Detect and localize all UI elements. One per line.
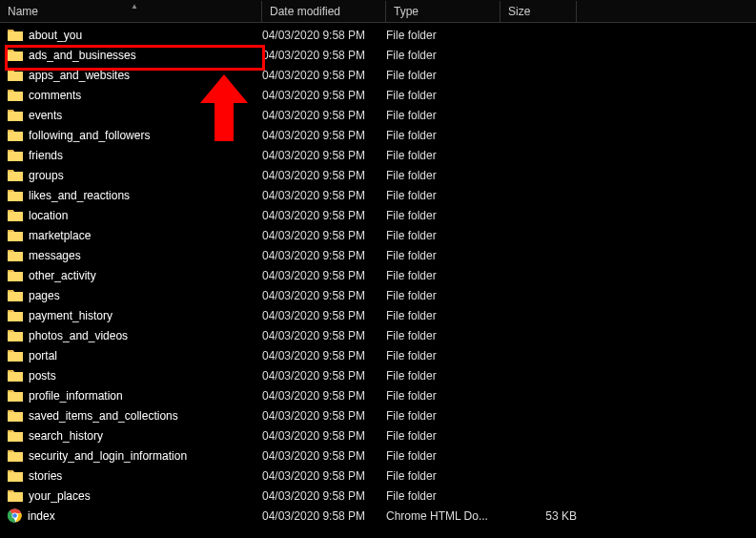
file-type-cell: File folder — [386, 369, 501, 383]
file-name-cell: payment_history — [8, 309, 262, 322]
list-item[interactable]: apps_and_websites04/03/2020 9:58 PMFile … — [0, 65, 756, 85]
file-date-cell: 04/03/2020 9:58 PM — [262, 89, 386, 102]
file-date-cell: 04/03/2020 9:58 PM — [262, 449, 386, 463]
file-date-cell: 04/03/2020 9:58 PM — [262, 269, 386, 282]
file-type-cell: File folder — [386, 409, 501, 423]
file-name-cell: index — [8, 508, 262, 523]
file-type-cell: File folder — [386, 109, 501, 122]
file-date-cell: 04/03/2020 9:58 PM — [262, 189, 386, 202]
file-date-cell: 04/03/2020 9:58 PM — [262, 229, 386, 242]
file-name-label: location — [29, 209, 68, 222]
list-item[interactable]: search_history04/03/2020 9:58 PMFile fol… — [0, 425, 756, 445]
folder-icon — [8, 409, 23, 422]
file-name-cell: location — [8, 209, 262, 222]
file-name-cell: other_activity — [8, 269, 262, 282]
file-type-cell: File folder — [386, 269, 501, 282]
list-item[interactable]: other_activity04/03/2020 9:58 PMFile fol… — [0, 265, 756, 285]
column-header-name-label: Name — [8, 5, 38, 18]
file-name-label: photos_and_videos — [29, 329, 128, 342]
list-item[interactable]: messages04/03/2020 9:58 PMFile folder — [0, 245, 756, 265]
file-name-label: marketplace — [29, 229, 91, 242]
list-item[interactable]: about_you04/03/2020 9:58 PMFile folder — [0, 25, 756, 45]
list-item[interactable]: ads_and_businesses04/03/2020 9:58 PMFile… — [0, 45, 756, 65]
list-item[interactable]: payment_history04/03/2020 9:58 PMFile fo… — [0, 305, 756, 325]
list-item[interactable]: events04/03/2020 9:58 PMFile folder — [0, 105, 756, 125]
folder-icon — [8, 69, 23, 81]
file-name-cell: ads_and_businesses — [8, 49, 262, 62]
file-date-cell: 04/03/2020 9:58 PM — [262, 109, 386, 122]
file-type-cell: File folder — [386, 429, 501, 443]
list-item[interactable]: marketplace04/03/2020 9:58 PMFile folder — [0, 225, 756, 245]
file-name-cell: security_and_login_information — [8, 449, 262, 463]
file-date-cell: 04/03/2020 9:58 PM — [262, 329, 386, 342]
folder-icon — [8, 389, 23, 402]
folder-icon — [8, 189, 23, 201]
file-type-cell: File folder — [386, 249, 501, 262]
file-date-cell: 04/03/2020 9:58 PM — [262, 249, 386, 262]
file-date-cell: 04/03/2020 9:58 PM — [262, 469, 386, 483]
file-name-label: ads_and_businesses — [29, 49, 136, 62]
file-type-cell: File folder — [386, 289, 501, 302]
file-name-label: apps_and_websites — [29, 69, 130, 82]
column-header-date[interactable]: Date modified — [262, 1, 386, 22]
list-item[interactable]: following_and_followers04/03/2020 9:58 P… — [0, 125, 756, 145]
file-name-cell: profile_information — [8, 389, 262, 403]
list-item[interactable]: comments04/03/2020 9:58 PMFile folder — [0, 85, 756, 105]
sort-ascending-icon: ▲ — [131, 2, 138, 10]
folder-icon — [8, 229, 23, 241]
file-name-label: likes_and_reactions — [29, 189, 130, 202]
list-item[interactable]: stories04/03/2020 9:58 PMFile folder — [0, 466, 756, 486]
list-item[interactable]: photos_and_videos04/03/2020 9:58 PMFile … — [0, 325, 756, 345]
file-date-cell: 04/03/2020 9:58 PM — [262, 169, 386, 182]
file-type-cell: File folder — [386, 189, 501, 202]
folder-icon — [8, 109, 23, 121]
column-header-row: Name ▲ Date modified Type Size — [0, 0, 756, 23]
folder-icon — [8, 469, 23, 482]
list-item[interactable]: security_and_login_information04/03/2020… — [0, 445, 756, 466]
list-item[interactable]: location04/03/2020 9:58 PMFile folder — [0, 205, 756, 225]
list-item[interactable]: your_places04/03/2020 9:58 PMFile folder — [0, 486, 756, 506]
column-header-size-label: Size — [508, 5, 530, 18]
folder-icon — [8, 329, 23, 341]
file-type-cell: File folder — [386, 229, 501, 242]
list-item[interactable]: likes_and_reactions04/03/2020 9:58 PMFil… — [0, 185, 756, 205]
list-item[interactable]: friends04/03/2020 9:58 PMFile folder — [0, 145, 756, 165]
file-date-cell: 04/03/2020 9:58 PM — [262, 129, 386, 142]
file-name-label: saved_items_and_collections — [29, 409, 178, 423]
file-date-cell: 04/03/2020 9:58 PM — [262, 489, 386, 503]
file-date-cell: 04/03/2020 9:58 PM — [262, 429, 386, 443]
folder-icon — [8, 489, 23, 502]
file-name-cell: search_history — [8, 429, 262, 443]
file-type-cell: File folder — [386, 129, 501, 142]
folder-icon — [8, 209, 23, 221]
file-name-label: stories — [29, 469, 62, 483]
list-item[interactable]: groups04/03/2020 9:58 PMFile folder — [0, 165, 756, 185]
file-date-cell: 04/03/2020 9:58 PM — [262, 509, 386, 523]
folder-icon — [8, 309, 23, 321]
file-name-label: friends — [29, 149, 63, 162]
file-name-cell: groups — [8, 169, 262, 182]
folder-icon — [8, 369, 23, 382]
list-item[interactable]: pages04/03/2020 9:58 PMFile folder — [0, 285, 756, 305]
list-item[interactable]: posts04/03/2020 9:58 PMFile folder — [0, 365, 756, 385]
column-header-size[interactable]: Size — [501, 1, 577, 22]
folder-icon — [8, 169, 23, 181]
file-date-cell: 04/03/2020 9:58 PM — [262, 29, 386, 42]
list-item[interactable]: index04/03/2020 9:58 PMChrome HTML Do...… — [0, 506, 756, 526]
list-item[interactable]: portal04/03/2020 9:58 PMFile folder — [0, 345, 756, 365]
column-header-type[interactable]: Type — [386, 1, 501, 22]
file-name-label: search_history — [29, 429, 103, 443]
file-name-cell: events — [8, 109, 262, 122]
file-name-cell: your_places — [8, 489, 262, 503]
list-item[interactable]: saved_items_and_collections04/03/2020 9:… — [0, 405, 756, 425]
file-name-label: other_activity — [29, 269, 96, 282]
file-name-cell: photos_and_videos — [8, 329, 262, 342]
column-header-name[interactable]: Name ▲ — [0, 1, 262, 22]
file-name-label: following_and_followers — [29, 129, 150, 142]
file-name-label: groups — [29, 169, 64, 182]
file-name-label: pages — [29, 289, 60, 302]
file-name-cell: friends — [8, 149, 262, 162]
file-date-cell: 04/03/2020 9:58 PM — [262, 389, 386, 403]
file-type-cell: File folder — [386, 69, 501, 82]
list-item[interactable]: profile_information04/03/2020 9:58 PMFil… — [0, 385, 756, 405]
